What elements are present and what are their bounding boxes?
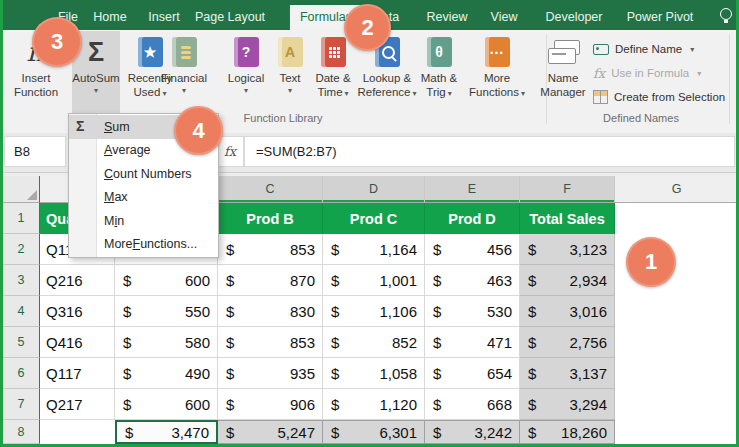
more-functions-button[interactable]: … More Functions▾ [464, 33, 530, 101]
cell-d6[interactable]: $1,058 [323, 358, 425, 389]
button-label: AutoSum [72, 71, 119, 85]
cell-d8[interactable]: $6,301 [323, 420, 425, 444]
menu-item-more-functions[interactable]: More Functions... [69, 233, 218, 257]
cell-e2[interactable]: $456 [425, 234, 520, 265]
row-header-4[interactable]: 4 [3, 296, 40, 327]
cell-e8[interactable]: $3,242 [425, 420, 520, 444]
cell-c8[interactable]: $5,247 [218, 420, 323, 444]
cell-f5[interactable]: $2,756 [520, 327, 615, 358]
column-header-g[interactable]: G [615, 176, 739, 203]
cell-a7[interactable]: Q217 [40, 389, 115, 420]
group-separator [729, 34, 730, 124]
date-time-icon [321, 33, 346, 71]
cell-b8[interactable]: $3,470 [115, 420, 218, 444]
table-header-e1[interactable]: Prod D [425, 203, 520, 234]
cell-d7[interactable]: $1,120 [323, 389, 425, 420]
logical-button[interactable]: ? Logical ▾ [220, 33, 272, 95]
create-from-selection-button[interactable]: Create from Selection [593, 87, 725, 107]
currency-symbol: $ [123, 365, 131, 382]
row-header-5[interactable]: 5 [3, 327, 40, 358]
cell-a4[interactable]: Q316 [40, 296, 115, 327]
column-header-c[interactable]: C [218, 176, 323, 203]
cell-c6[interactable]: $935 [218, 358, 323, 389]
cell-value: 1,164 [379, 241, 417, 258]
cell-d3[interactable]: $1,001 [323, 265, 425, 296]
cell-d2[interactable]: $1,164 [323, 234, 425, 265]
cell-c5[interactable]: $853 [218, 327, 323, 358]
row-header-6[interactable]: 6 [3, 358, 40, 389]
cell-d5[interactable]: $852 [323, 327, 425, 358]
cell-a5[interactable]: Q416 [40, 327, 115, 358]
table-header-f1[interactable]: Total Sales [520, 203, 615, 234]
cell-g7[interactable] [615, 389, 739, 420]
cell-g5[interactable] [615, 327, 739, 358]
column-header-d[interactable]: D [323, 176, 425, 203]
currency-symbol: $ [226, 303, 234, 320]
row-header-3[interactable]: 3 [3, 265, 40, 296]
cell-b3[interactable]: $600 [115, 265, 218, 296]
cell-a3[interactable]: Q216 [40, 265, 115, 296]
menu-item-max[interactable]: Max [69, 186, 218, 210]
name-manager-button[interactable]: Name Manager [533, 33, 593, 99]
tab-developer[interactable]: Developer [536, 5, 613, 30]
cell-e4[interactable]: $530 [425, 296, 520, 327]
define-name-tag-icon [593, 44, 609, 55]
tab-insert[interactable]: Insert [138, 5, 189, 30]
cell-b4[interactable]: $550 [115, 296, 218, 327]
tab-home[interactable]: Home [83, 5, 136, 30]
cell-c3[interactable]: $870 [218, 265, 323, 296]
tab-view[interactable]: View [481, 5, 528, 30]
sum-sigma-icon: Σ [76, 118, 84, 134]
formula-input[interactable]: =SUM(B2:B7) [244, 136, 735, 167]
cell-f2[interactable]: $3,123 [520, 234, 615, 265]
currency-symbol: $ [528, 424, 536, 441]
cell-b7[interactable]: $600 [115, 389, 218, 420]
currency-symbol: $ [123, 396, 131, 413]
cell-g1[interactable] [615, 203, 739, 234]
cell-c4[interactable]: $830 [218, 296, 323, 327]
menu-item-min[interactable]: Min [69, 209, 218, 233]
name-box[interactable]: B8 [4, 136, 66, 167]
cell-g4[interactable] [615, 296, 739, 327]
cell-f8[interactable]: $18,260 [520, 420, 615, 444]
row-header-2[interactable]: 2 [3, 234, 40, 265]
cell-e7[interactable]: $668 [425, 389, 520, 420]
tab-page-layout[interactable]: Page Layout [185, 5, 275, 30]
cell-g6[interactable] [615, 358, 739, 389]
cell-f4[interactable]: $3,016 [520, 296, 615, 327]
use-in-formula-button[interactable]: fx Use in Formula ▾ [593, 63, 701, 83]
cell-d4[interactable]: $1,106 [323, 296, 425, 327]
cell-b5[interactable]: $580 [115, 327, 218, 358]
cell-f7[interactable]: $3,294 [520, 389, 615, 420]
cell-e3[interactable]: $463 [425, 265, 520, 296]
cell-a8[interactable] [40, 420, 115, 444]
financial-button[interactable]: Financial ▾ [156, 33, 212, 95]
cell-c7[interactable]: $906 [218, 389, 323, 420]
table-header-c1[interactable]: Prod B [218, 203, 323, 234]
select-all-corner[interactable] [3, 176, 40, 203]
row-header-8[interactable]: 8 [3, 420, 40, 444]
cell-e5[interactable]: $471 [425, 327, 520, 358]
row-header-7[interactable]: 7 [3, 389, 40, 420]
cell-b6[interactable]: $490 [115, 358, 218, 389]
column-header-e[interactable]: E [425, 176, 520, 203]
math-trig-button[interactable]: θ Math & Trig▾ [413, 33, 465, 101]
cell-f3[interactable]: $2,934 [520, 265, 615, 296]
cell-c2[interactable]: $853 [218, 234, 323, 265]
tell-me-lightbulb-icon[interactable] [720, 8, 732, 20]
tab-review[interactable]: Review [417, 5, 478, 30]
column-header-f[interactable]: F [520, 176, 615, 203]
define-name-button[interactable]: Define Name ▾ [593, 39, 694, 59]
currency-symbol: $ [125, 424, 133, 441]
cell-g8[interactable] [615, 420, 739, 444]
tab-power-pivot[interactable]: Power Pivot [617, 5, 704, 30]
row-header-1[interactable]: 1 [3, 203, 40, 234]
cell-a6[interactable]: Q117 [40, 358, 115, 389]
dropdown-arrow-icon: ▾ [94, 86, 98, 95]
button-label: Financial [161, 71, 207, 85]
menu-item-count-numbers[interactable]: Count Numbers [69, 162, 218, 186]
cell-e6[interactable]: $654 [425, 358, 520, 389]
table-header-d1[interactable]: Prod C [323, 203, 425, 234]
cell-f6[interactable]: $3,137 [520, 358, 615, 389]
cell-value: 853 [290, 334, 315, 351]
